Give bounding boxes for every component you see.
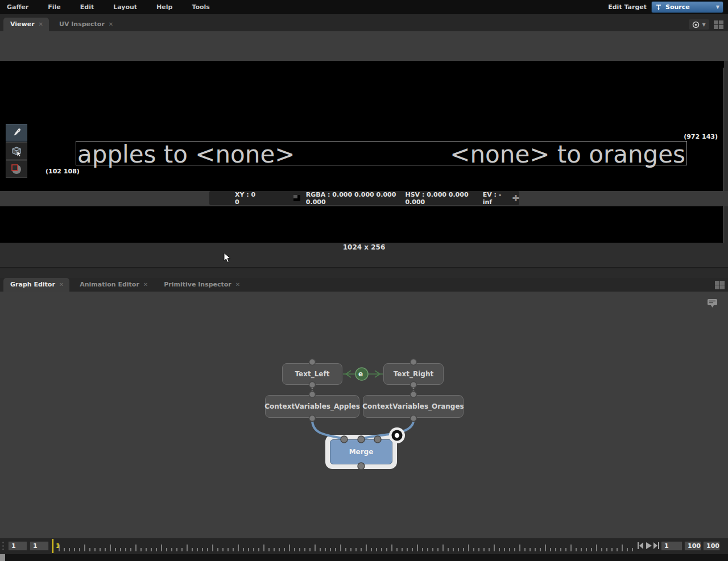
crop-window-tool-button[interactable] [6, 160, 27, 178]
status-hsv: HSV : 0.000 0.000 0.000 [405, 191, 474, 206]
tab-uv-inspector[interactable]: UV Inspector ✕ [52, 18, 119, 31]
frame-entry-field[interactable]: 1 [661, 541, 682, 551]
tab-animation-editor-label: Animation Editor [80, 281, 139, 288]
menu-gaffer[interactable]: Gaffer [0, 3, 35, 11]
menu-edit[interactable]: Edit [73, 3, 101, 11]
image-text-left: apples to <none> [77, 142, 295, 166]
graph-tabstrip: Graph Editor ✕ Animation Editor ✕ Primit… [0, 278, 728, 292]
resize-grip[interactable] [0, 554, 5, 561]
viewport-toolbar [6, 124, 27, 178]
current-frame-field[interactable]: 1 [30, 541, 49, 551]
node-text-left-label: Text_Left [295, 370, 330, 378]
plus-icon[interactable]: ✚ [512, 193, 519, 203]
crop-region-icon [10, 163, 23, 176]
range-end-value: 100 [706, 542, 719, 550]
tab-viewer[interactable]: Viewer ✕ [3, 18, 49, 31]
edit-target-dropdown[interactable]: Source ▼ [651, 1, 723, 13]
expression-node[interactable] [355, 368, 368, 380]
close-icon[interactable]: ✕ [39, 21, 43, 27]
mouse-cursor [224, 252, 231, 263]
tab-primitive-inspector[interactable]: Primitive Inspector ✕ [157, 278, 246, 292]
pixel-readout-pill: XY : 0 0 RGBA : 0.000 0.000 0.000 0.000 … [209, 191, 519, 205]
annotation-bubble-icon[interactable] [707, 298, 718, 308]
viewer-toolbar: default ▼ AB 1 ▼ RGBA ▼ ACES 1.0 - SDR V… [0, 31, 728, 61]
cube-cursor-icon [10, 145, 23, 157]
playhead[interactable] [52, 539, 53, 553]
menu-help[interactable]: Help [150, 3, 179, 11]
tab-graph-editor[interactable]: Graph Editor ✕ [3, 278, 69, 292]
text-bounds-box: apples to <none> <none> to oranges [76, 141, 687, 165]
gaffer-window: Gaffer File Edit Layout Help Tools Edit … [0, 0, 728, 561]
chevron-down-icon: ▼ [702, 22, 705, 27]
node-contextvariables-oranges[interactable]: ContextVariables_Oranges [363, 395, 464, 418]
node-merge-label: Merge [349, 448, 374, 456]
pixel-color-swatch [293, 195, 300, 201]
range-start-value: 1 [11, 542, 16, 550]
image-viewport[interactable]: apples to <none> <none> to oranges (102 … [0, 61, 728, 267]
node-contextvariables-apples[interactable]: ContextVariables_Apples [265, 395, 359, 418]
menu-tools[interactable]: Tools [185, 3, 216, 11]
graph-editor-canvas[interactable]: Text_Left Text_Right ContextVariables_Ap… [0, 292, 728, 538]
play-icon[interactable] [646, 542, 652, 550]
viewer-tabstrip: Viewer ✕ UV Inspector ✕ [0, 14, 728, 31]
pixel-status-row: XY : 0 0 RGBA : 0.000 0.000 0.000 0.000 … [0, 191, 728, 206]
tab-uv-inspector-label: UV Inspector [59, 20, 105, 28]
node-merge[interactable]: Merge [330, 439, 392, 464]
menu-file[interactable]: File [41, 3, 68, 11]
color-picker-tool-button[interactable] [6, 124, 27, 142]
close-icon[interactable]: ✕ [143, 281, 148, 288]
select-objects-tool-button[interactable] [6, 142, 27, 160]
skip-to-start-icon[interactable] [637, 542, 644, 550]
tab-graph-editor-label: Graph Editor [10, 281, 55, 288]
menu-bar: Gaffer File Edit Layout Help Tools Edit … [0, 0, 728, 14]
bounds-coord-min: (102 108) [46, 168, 80, 175]
eyedropper-icon [11, 127, 22, 139]
viewer-settings-button[interactable]: ▼ [689, 19, 709, 30]
edit-target-label: Edit Target [608, 3, 647, 11]
node-text-left[interactable]: Text_Left [282, 363, 342, 385]
image-resolution-label: 1024 x 256 [0, 243, 728, 251]
edit-target-value: Source [665, 3, 690, 11]
layout-grid-icon[interactable] [714, 20, 723, 29]
chevron-down-icon: ▼ [716, 5, 719, 10]
image-text-right: <none> to oranges [450, 142, 685, 166]
current-frame-value: 1 [33, 542, 38, 550]
timeline-bar: 1 1 1 1 100 100 [0, 538, 728, 554]
status-xy: XY : 0 0 [235, 191, 257, 206]
node-contextvariables-oranges-label: ContextVariables_Oranges [362, 402, 464, 410]
drag-handle-icon[interactable] [2, 542, 4, 550]
end-frame-field[interactable]: 100 [684, 541, 701, 551]
skip-to-end-icon[interactable] [653, 542, 660, 550]
frame-entry-value: 1 [664, 542, 669, 550]
range-start-field[interactable]: 1 [8, 541, 27, 551]
tab-primitive-inspector-label: Primitive Inspector [164, 281, 231, 288]
node-text-right[interactable]: Text_Right [383, 363, 444, 385]
range-end-field[interactable]: 100 [703, 541, 720, 551]
close-icon[interactable]: ✕ [235, 281, 240, 288]
close-icon[interactable]: ✕ [59, 281, 64, 288]
node-merge-selection-halo: Merge [325, 435, 397, 469]
tab-animation-editor[interactable]: Animation Editor ✕ [73, 278, 154, 292]
layout-grid-icon[interactable] [715, 281, 725, 289]
window-bottom-strip [0, 554, 728, 561]
status-ev: EV : -inf [483, 191, 506, 206]
expression-links [343, 371, 383, 377]
source-scope-icon [655, 4, 662, 11]
target-icon [692, 21, 700, 28]
status-rgba: RGBA : 0.000 0.000 0.000 0.000 [306, 191, 397, 206]
end-frame-value: 100 [688, 542, 701, 550]
close-icon[interactable]: ✕ [109, 21, 113, 27]
expression-node-label: e [358, 370, 363, 378]
bounds-coord-max: (972 143) [684, 133, 718, 140]
node-contextvariables-apples-label: ContextVariables_Apples [264, 402, 360, 410]
node-text-right-label: Text_Right [394, 370, 433, 378]
tab-viewer-label: Viewer [10, 20, 35, 28]
panel-splitter[interactable] [0, 267, 728, 278]
timeline-ruler[interactable] [59, 539, 635, 553]
menu-layout[interactable]: Layout [106, 3, 144, 11]
